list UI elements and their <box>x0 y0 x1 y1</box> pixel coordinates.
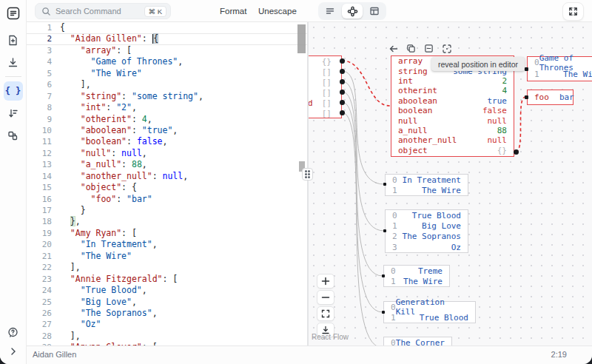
port <box>383 229 386 232</box>
editor-line[interactable]: 17 } <box>27 205 307 216</box>
reveal-in-editor-button[interactable] <box>388 43 399 54</box>
editor-line[interactable]: 6 ], <box>27 79 307 90</box>
line-number: 21 <box>27 251 52 262</box>
app-logo-icon[interactable] <box>4 4 23 23</box>
format-button[interactable]: Format <box>220 0 246 22</box>
editor-line[interactable]: 16 "foo": "bar" <box>27 194 307 205</box>
editor-line[interactable]: 8 "int": "2", <box>27 102 307 113</box>
line-number: 3 <box>27 45 52 56</box>
node-row: [] <box>309 77 341 87</box>
node-value: In Treatment <box>403 175 461 185</box>
node-row: [] <box>309 87 341 98</box>
node-value: Big Love <box>422 221 461 231</box>
panel-divider[interactable] <box>307 22 309 346</box>
editor-line[interactable]: 18 }, <box>27 216 307 227</box>
editor-line[interactable]: 14 "another_null": null, <box>27 171 307 182</box>
editor-line[interactable]: 5 "The Wire" <box>27 68 307 79</box>
anwan-glover-array-node[interactable]: 0Treme1The Wire <box>383 265 450 287</box>
line-number: 16 <box>27 194 52 205</box>
node-type-glyph: [] <box>322 78 332 87</box>
node-type-glyph: [] <box>322 67 332 77</box>
node-row: booleanfalse <box>391 106 514 115</box>
line-number: 24 <box>27 285 52 296</box>
fullscreen-icon <box>568 7 578 16</box>
fit-view-button[interactable] <box>317 306 334 321</box>
transform-nodes-button[interactable] <box>4 126 23 145</box>
help-button[interactable] <box>4 323 23 342</box>
editor-line[interactable]: 4 "Game of Thrones", <box>27 56 307 67</box>
new-document-button[interactable] <box>4 30 23 50</box>
node-index: 0 <box>392 211 397 220</box>
zoom-out-button[interactable] <box>317 290 334 305</box>
json-code-editor[interactable]: 1{2 "Aidan Gillen": {3 "array": [4 "Game… <box>27 22 307 346</box>
app-window: { } Search Command ⌘ K Format Unescape <box>0 0 592 364</box>
editor-line[interactable]: 28 ], <box>27 331 307 342</box>
text-view-button[interactable] <box>320 4 340 18</box>
zoom-in-button[interactable] <box>317 274 334 289</box>
graph-canvas[interactable]: {}[][][]rd[][] array[]stringsome stringi… <box>309 22 592 346</box>
search-icon <box>41 7 51 16</box>
expand-sidebar-button[interactable] <box>4 342 23 361</box>
graph-view-button[interactable] <box>342 4 363 18</box>
node-row: 3Oz <box>386 242 468 252</box>
sidebar-item-json-editor[interactable]: { } <box>4 81 23 101</box>
line-number: 5 <box>27 68 52 79</box>
graph-view-icon <box>347 6 358 17</box>
node-key: rd <box>309 98 313 108</box>
editor-line[interactable]: 1{ <box>27 22 307 33</box>
collapse-node-button[interactable] <box>423 43 434 54</box>
node-row: nullnull <box>391 115 514 125</box>
editor-line[interactable]: 24 "True Blood", <box>27 285 307 296</box>
editor-line[interactable]: 15 "object": { <box>27 182 307 193</box>
search-input[interactable]: Search Command ⌘ K <box>35 3 171 19</box>
line-number: 25 <box>27 297 52 308</box>
node-value: false <box>482 106 507 115</box>
node-row: otherint4 <box>391 86 514 95</box>
download-button[interactable] <box>4 53 23 72</box>
editor-scrollbar-thumb[interactable] <box>297 24 306 53</box>
root-object-node[interactable]: {}[][][]rd[][] <box>309 55 342 118</box>
editor-line[interactable]: 23 "Annie Fitzgerald": [ <box>27 274 307 285</box>
focus-node-button[interactable] <box>441 43 452 54</box>
search-placeholder: Search Command <box>56 7 144 16</box>
node-type-glyph: [] <box>322 109 332 118</box>
editor-line[interactable]: 21 "The Wire" <box>27 251 307 262</box>
editor-line[interactable]: 20 "In Treatment", <box>27 239 307 250</box>
line-number: 9 <box>27 114 52 125</box>
editor-line[interactable]: 9 "otherint": 4, <box>27 114 307 125</box>
node-key: boolean <box>398 106 432 115</box>
reveal-position-tooltip: reveal position in editor <box>431 57 525 71</box>
editor-line[interactable]: 27 "Oz" <box>27 319 307 330</box>
node-row: a_null88 <box>391 126 514 135</box>
amy-ryan-array-node[interactable]: 0In Treatment1The Wire <box>385 174 468 196</box>
editor-line[interactable]: 3 "array": [ <box>27 45 307 56</box>
line-number: 4 <box>27 56 52 67</box>
editor-line[interactable]: 13 "a_null": 88, <box>27 159 307 170</box>
panel-resize-handle[interactable] <box>302 168 313 181</box>
minus-icon <box>321 293 330 302</box>
node-key: null <box>398 116 418 126</box>
editor-line[interactable]: 19 "Amy Ryan": [ <box>27 228 307 239</box>
editor-line[interactable]: 10 "aboolean": "true", <box>27 125 307 136</box>
editor-line[interactable]: 7 "string": "some string", <box>27 91 307 102</box>
foo-bar-node[interactable]: foobar <box>527 90 574 105</box>
copy-node-button[interactable] <box>406 43 417 54</box>
annie-fitzgerald-array-node[interactable]: 0True Blood1Big Love2The Sopranos3Oz <box>385 209 468 253</box>
alexander-skarsgard-array-node[interactable]: 0Generation Kill1True Blood <box>383 301 476 323</box>
node-index: 1 <box>391 277 396 286</box>
clarke-peters-array-node[interactable]: 0The Corner <box>383 337 452 346</box>
editor-line[interactable]: 22 ], <box>27 262 307 273</box>
react-flow-attribution[interactable]: React Flow <box>312 333 349 341</box>
editor-line[interactable]: 26 "The Sopranos", <box>27 308 307 319</box>
table-view-button[interactable] <box>364 4 385 18</box>
editor-line[interactable]: 25 "Big Love", <box>27 297 307 308</box>
editor-line[interactable]: 2 "Aidan Gillen": { <box>27 33 307 44</box>
node-key: string <box>398 67 428 76</box>
fullscreen-button[interactable] <box>562 2 584 21</box>
array-values-node[interactable]: 0Game of Thrones1The Wire <box>527 56 592 81</box>
editor-line[interactable]: 12 "null": null, <box>27 148 307 159</box>
editor-line[interactable]: 11 "boolean": false, <box>27 136 307 147</box>
flatten-sort-button[interactable] <box>4 104 23 123</box>
json-path-breadcrumb: Aidan Gillen <box>33 350 76 359</box>
unescape-button[interactable]: Unescape <box>258 0 297 22</box>
